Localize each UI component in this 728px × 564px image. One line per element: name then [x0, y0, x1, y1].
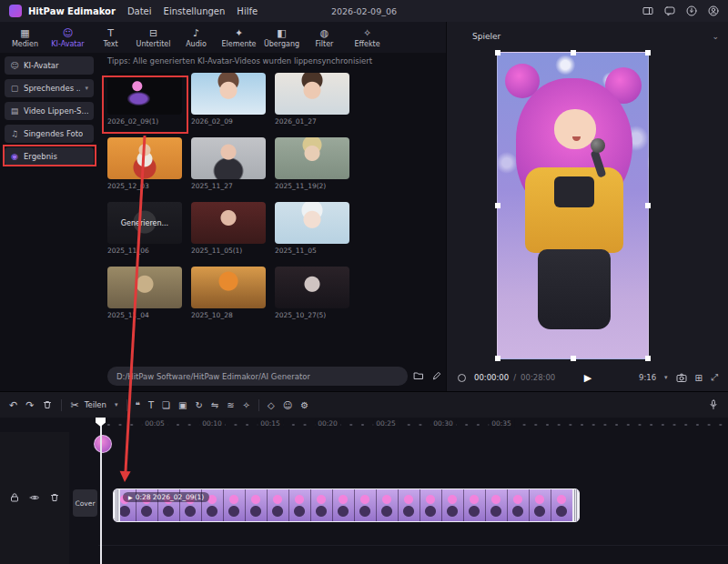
tab-audio[interactable]: ♪Audio	[175, 27, 217, 48]
fullscreen-icon[interactable]: ⤢	[711, 372, 718, 383]
video-thumbnail[interactable]	[191, 267, 266, 308]
chevron-down-icon[interactable]: ▾	[85, 85, 88, 92]
video-thumbnail[interactable]: Generieren...	[107, 202, 182, 244]
tab-medien[interactable]: ▦Medien	[4, 27, 46, 48]
delete-icon[interactable]	[42, 399, 53, 410]
video-thumbnail[interactable]	[191, 137, 266, 179]
collapse-panel-icon[interactable]: ⌄	[712, 32, 719, 41]
media-item[interactable]: 2026_02_09	[191, 73, 266, 126]
sidebar-item-ergebnis[interactable]: ◉Ergebnis	[5, 147, 94, 166]
media-item[interactable]: 2025_11_05	[275, 202, 349, 255]
microphone-icon[interactable]	[708, 399, 719, 411]
lock-track-icon[interactable]	[9, 492, 20, 503]
app-name: HitPaw Edimakor	[28, 6, 116, 16]
transform-handle[interactable]	[645, 50, 651, 55]
ruler-label: 00:20	[315, 419, 340, 428]
effect-icon[interactable]: ✧	[243, 400, 250, 410]
video-preview[interactable]	[497, 52, 649, 359]
effects-icon: ✧	[363, 27, 371, 39]
safe-area-icon[interactable]: ⊞	[695, 373, 703, 383]
delete-track-icon[interactable]	[49, 492, 60, 503]
transform-handle[interactable]	[645, 356, 651, 361]
tab-filter[interactable]: ◍Filter	[303, 27, 346, 48]
flip-icon[interactable]: ⇋	[211, 400, 218, 410]
comment-icon[interactable]: ❝	[136, 400, 140, 410]
redo-icon[interactable]: ↷	[25, 400, 34, 410]
play-button[interactable]: ▶	[584, 372, 592, 384]
transform-handle[interactable]	[495, 50, 500, 55]
player-panel: Spieler ⌄ 00:00:00 / 00:28:00 ▶ 9:16 ▾ ⊞	[446, 22, 728, 391]
media-item[interactable]: Generieren...2025_11_06	[107, 202, 182, 255]
media-item[interactable]: 2025_10_27(5)	[275, 267, 349, 319]
tab-ki-avatar[interactable]: ☺KI-Avatar	[46, 27, 89, 48]
sidebar-item-sprechendes[interactable]: ▢Sprechendes ...▾	[5, 79, 94, 97]
download-icon[interactable]	[686, 5, 697, 16]
video-thumbnail[interactable]	[191, 73, 266, 115]
clip-trim-handle-left[interactable]	[114, 489, 120, 521]
media-item[interactable]: 2025_12_03	[107, 137, 182, 190]
media-item[interactable]: 2025_11_27	[191, 137, 266, 190]
character-face	[554, 109, 596, 149]
timeline-clip[interactable]: ▶ 0:28 2026_02_09(1)	[113, 488, 580, 522]
tab-elemente[interactable]: ✦Elemente	[217, 27, 260, 48]
layout-icon[interactable]	[642, 5, 653, 16]
video-thumbnail[interactable]	[107, 73, 182, 115]
avatar-tool-icon[interactable]: ☺	[283, 400, 292, 410]
cover-button[interactable]: Cover	[73, 489, 97, 517]
record-icon[interactable]	[458, 374, 466, 382]
video-thumbnail[interactable]	[107, 137, 182, 179]
rotate-icon[interactable]: ↻	[195, 400, 202, 410]
transform-handle[interactable]	[495, 203, 500, 208]
menu-einstellungen[interactable]: Einstellungen	[164, 6, 226, 16]
chevron-down-icon[interactable]: ▾	[664, 374, 668, 381]
feedback-icon[interactable]	[664, 5, 675, 16]
output-path-field[interactable]: D:/HitPaw Software/HitPaw Edimakor/AI Ge…	[107, 367, 408, 386]
sidebar-item-ki-avatar[interactable]: ☺KI-Avatar	[5, 56, 94, 75]
menu-datei[interactable]: Datei	[127, 6, 152, 16]
split-icon[interactable]: ✂	[70, 400, 78, 410]
transform-handle[interactable]	[571, 50, 576, 55]
media-item[interactable]: 2026_02_09(1)	[107, 73, 182, 126]
tab-effekte[interactable]: ✧Effekte	[346, 27, 389, 48]
sidebar-item-video-lippen[interactable]: ▤Video Lippen-S...	[5, 102, 94, 120]
media-item[interactable]: 2025_11_05(1)	[191, 202, 266, 255]
media-item[interactable]: 2025_11_04	[107, 267, 182, 319]
open-folder-icon[interactable]	[413, 370, 424, 381]
audio-wave-icon[interactable]: ≋	[227, 400, 234, 410]
keyframe-icon[interactable]: ◇	[268, 400, 275, 410]
menu-hilfe[interactable]: Hilfe	[237, 6, 258, 16]
aspect-ratio-value[interactable]: 9:16	[639, 373, 656, 382]
settings-icon[interactable]: ⚙	[300, 400, 308, 410]
account-icon[interactable]	[708, 5, 719, 16]
sidebar-item-singendes-foto[interactable]: ♫Singendes Foto	[5, 125, 94, 143]
chevron-down-icon[interactable]: ▾	[115, 401, 118, 408]
media-item[interactable]: 2025_10_28	[191, 267, 266, 319]
divider	[61, 399, 62, 411]
edit-path-icon[interactable]	[431, 370, 442, 381]
video-thumbnail[interactable]	[275, 202, 349, 244]
transform-handle[interactable]	[645, 203, 651, 208]
clip-trim-handle-right[interactable]	[572, 489, 579, 521]
tab-uebergang[interactable]: ◧Übergang	[260, 27, 303, 48]
crop-icon[interactable]: ▣	[178, 400, 187, 410]
video-thumbnail[interactable]	[191, 202, 266, 244]
undo-icon[interactable]: ↶	[9, 400, 17, 410]
text-tool-icon[interactable]: T	[148, 400, 154, 410]
split-button[interactable]: Teilen	[85, 400, 106, 409]
transform-handle[interactable]	[571, 356, 576, 361]
video-thumbnail[interactable]	[107, 267, 182, 308]
playhead[interactable]	[100, 418, 102, 564]
tab-text[interactable]: TText	[89, 27, 132, 48]
tab-untertitel[interactable]: ⊟Untertitel	[132, 27, 175, 48]
result-icon: ◉	[10, 152, 19, 161]
transform-handle[interactable]	[495, 356, 500, 361]
snapshot-icon[interactable]	[676, 372, 687, 383]
media-item[interactable]: 2025_11_19(2)	[275, 137, 349, 190]
hide-track-icon[interactable]	[29, 492, 40, 503]
video-thumbnail[interactable]	[275, 267, 349, 308]
timeline-ruler[interactable]: 00:05 00:10 00:15 00:20 00:25 00:30 00:3…	[98, 418, 728, 432]
video-thumbnail[interactable]	[275, 73, 349, 115]
media-item[interactable]: 2026_01_27	[275, 73, 349, 126]
video-thumbnail[interactable]	[275, 137, 349, 179]
sticker-icon[interactable]: ❏	[162, 400, 170, 410]
